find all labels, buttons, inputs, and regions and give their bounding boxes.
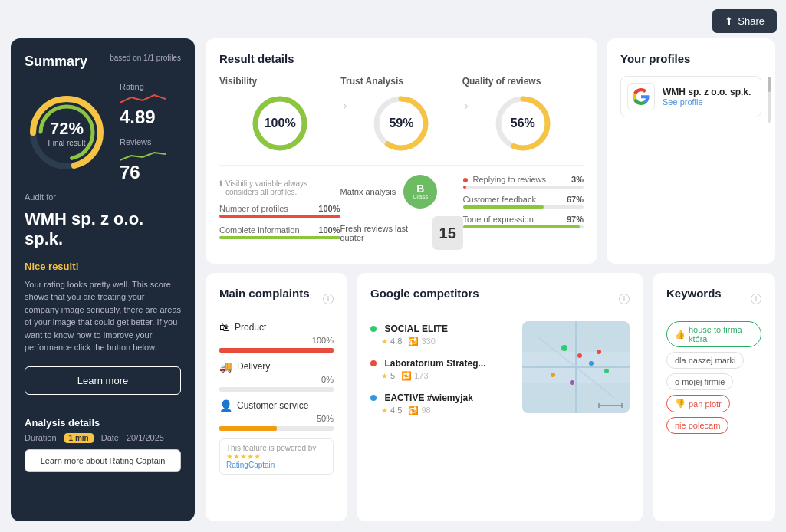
reviews-chart	[120, 146, 166, 162]
result-details-title: Result details	[219, 52, 584, 65]
final-label: Final result	[48, 139, 86, 147]
rating-label: Rating	[120, 82, 166, 91]
complete-info-label: Complete information	[219, 225, 300, 235]
keywords-card: Keywords i 👍 house to firma która dla na…	[653, 273, 775, 521]
competitor-2-rating: ★ 5	[381, 371, 395, 381]
rating-value: 4.89	[120, 107, 166, 128]
num-profiles-label: Number of profiles	[219, 204, 288, 213]
competitor-3-dot	[370, 395, 377, 401]
final-score-gauge: 72% Final result	[25, 90, 109, 175]
tone-label: Tone of expression	[463, 215, 534, 224]
quality-label: Quality of reviews	[462, 76, 541, 87]
competitor-3-name: EACTIVE #wiemyjak	[384, 392, 472, 403]
keyword-2: dla naszej marki	[666, 352, 744, 369]
keyword-4: 👎 pan piotr	[666, 395, 730, 412]
tone-pct: 97%	[567, 215, 584, 224]
trust-metric: Trust Analysis 59%	[340, 76, 462, 154]
product-label: Product	[235, 322, 266, 333]
rating-captain: RatingCaptain	[226, 461, 327, 469]
keyword-5: nie polecam	[666, 417, 728, 434]
result-details-card: Result details Visibility 100%	[206, 38, 597, 264]
learn-more-rc-button[interactable]: Learn more about Rating Captain	[25, 449, 181, 472]
svg-point-20	[604, 369, 609, 373]
complaint-customer-service: 👤 Customer service 50%	[219, 399, 334, 431]
trust-pct: 59%	[389, 117, 413, 130]
num-profiles-value: 100%	[318, 204, 340, 213]
your-profiles-title: Your profiles	[620, 52, 761, 65]
svg-point-18	[570, 380, 574, 385]
profiles-scrollbar[interactable]	[768, 77, 771, 123]
matrix-class-badge: B Class	[403, 175, 437, 209]
nice-result: Nice result!	[25, 261, 181, 272]
delivery-icon: 🚚	[219, 360, 232, 373]
complaint-delivery: 🚚 Delivery 0%	[219, 360, 334, 392]
competitor-2-reviews: 🔁 173	[401, 371, 428, 381]
visibility-metric: Visibility 100%	[219, 76, 340, 154]
final-pct: 72%	[48, 119, 86, 139]
powered-by: This feature is powered by ★★★★★ RatingC…	[219, 438, 334, 475]
complaint-product: 🛍 Product 100%	[219, 321, 334, 353]
cs-label: Customer service	[237, 400, 308, 411]
feedback-pct: 67%	[567, 195, 584, 204]
matrix-label: Matrix analysis	[340, 187, 396, 196]
cs-icon: 👤	[219, 399, 232, 412]
summary-title: Summary	[25, 54, 87, 70]
quality-pct: 56%	[511, 117, 535, 130]
profile-name: WMH sp. z o.o. sp.k.	[663, 87, 751, 97]
thumb-up-icon: 👍	[675, 330, 686, 340]
replying-pct: 3%	[571, 175, 584, 184]
based-on-text: based on 1/1 profiles	[110, 54, 181, 62]
keywords-list: 👍 house to firma która dla naszej marki …	[666, 321, 761, 434]
complaints-info-icon: i	[323, 294, 334, 304]
share-button[interactable]: ⬆ Share	[712, 9, 777, 33]
summary-panel: Summary based on 1/1 profiles 72% Final …	[11, 38, 195, 521]
trust-label: Trust Analysis	[340, 76, 403, 87]
lower-left-stats: ℹ Visibility variable always considers a…	[219, 175, 340, 250]
share-icon: ⬆	[725, 15, 733, 27]
google-icon	[627, 83, 655, 110]
lower-right-stats: Replying to reviews 3% Customer feedback…	[463, 175, 584, 250]
competitor-1-name: SOCIAL ELITE	[384, 323, 447, 334]
visibility-pct: 100%	[265, 117, 296, 130]
svg-point-17	[551, 373, 555, 377]
competitors-title: Google competitors	[370, 287, 479, 300]
competitor-1-reviews: 🔁 330	[408, 337, 435, 346]
competitor-2: Laboratorium Strateg... ★ 5 🔁 173	[370, 356, 515, 381]
product-icon: 🛍	[219, 321, 230, 333]
keywords-info-icon: i	[751, 294, 761, 304]
lower-middle-stats: Matrix analysis B Class Fresh reviews la…	[340, 175, 463, 250]
keyword-1: 👍 house to firma która	[666, 321, 761, 347]
profile-item: WMH sp. z o.o. sp.k. See profile	[620, 76, 761, 117]
competitor-2-name: Laboratorium Strateg...	[384, 358, 485, 369]
your-profiles-card: Your profiles WMH sp. z o.o. sp.k. See p…	[607, 38, 775, 264]
replying-label: Replying to reviews	[463, 175, 546, 184]
competitor-3: EACTIVE #wiemyjak ★ 4.5 🔁 98	[370, 390, 515, 415]
visibility-note: Visibility variable always considers all…	[225, 179, 340, 196]
competitors-info-icon: i	[619, 294, 630, 304]
quality-metric: Quality of reviews 56%	[462, 76, 584, 154]
duration-value: 1 min	[64, 433, 94, 443]
fresh-reviews-label: Fresh reviews last quater	[340, 224, 425, 242]
reviews-label: Reviews	[120, 137, 166, 146]
complaints-card: Main complaints i 🛍 Product 100% 🚚	[206, 273, 347, 521]
keyword-3: o mojej firmie	[666, 373, 733, 390]
competitor-2-dot	[370, 360, 377, 366]
thumb-down-icon: 👎	[675, 399, 686, 409]
see-profile-link[interactable]: See profile	[663, 97, 751, 107]
delivery-pct: 0%	[321, 375, 334, 384]
date-value: 20/1/2025	[127, 433, 164, 442]
audit-for: Audit for	[25, 192, 181, 202]
competitor-1-dot	[370, 326, 377, 332]
learn-more-button[interactable]: Learn more	[25, 366, 181, 395]
svg-point-19	[597, 350, 601, 354]
keywords-title: Keywords	[666, 287, 722, 300]
feedback-label: Customer feedback	[463, 195, 536, 204]
delivery-label: Delivery	[237, 361, 270, 372]
competitor-3-rating: ★ 4.5	[381, 406, 402, 415]
svg-point-16	[589, 361, 594, 366]
stars: ★★★★★	[226, 452, 327, 461]
company-name: WMH sp. z o.o. sp.k.	[25, 209, 181, 250]
competitors-map	[522, 321, 630, 413]
visibility-label: Visibility	[219, 76, 257, 87]
competitor-3-reviews: 🔁 98	[408, 406, 430, 415]
